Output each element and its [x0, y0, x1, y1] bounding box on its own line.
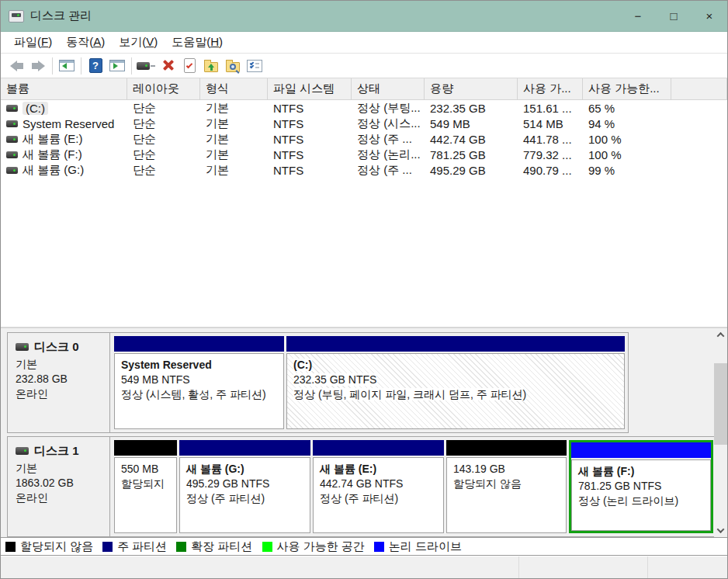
disk-size: 1863.02 GB — [16, 476, 109, 491]
scroll-down-button[interactable] — [714, 524, 727, 537]
minimize-button[interactable]: − — [620, 1, 656, 31]
table-row-volume-g[interactable]: 새 볼륨 (G:) 단순 기본 NTFS 정상 (주 ... 495.29 GB… — [1, 162, 727, 178]
cell-layout: 단순 — [127, 101, 200, 116]
partition-g[interactable]: 새 볼륨 (G:) 495.29 GB NTFS 정상 (주 파티션) — [179, 440, 310, 533]
menu-bar: 파일(F) 동작(A) 보기(V) 도움말(H) — [1, 32, 727, 54]
menu-file[interactable]: 파일(F) — [7, 33, 59, 52]
disk-0-partitions: System Reserved 549 MB NTFS 정상 (시스템, 활성,… — [110, 333, 628, 432]
table-row-volume-c[interactable]: (C:) 단순 기본 NTFS 정상 (부팅... 232.35 GB 151.… — [1, 100, 727, 116]
mark-partition-button[interactable] — [179, 56, 200, 76]
back-button[interactable] — [5, 56, 27, 76]
toolbar-separator — [131, 57, 132, 75]
cell-percent-free: 65 % — [583, 102, 671, 115]
column-header-layout[interactable]: 레이아웃 — [127, 78, 200, 99]
cell-free-space: 441.78 ... — [518, 133, 583, 146]
table-row-volume-f[interactable]: 새 볼륨 (F:) 단순 기본 NTFS 정상 (논리... 781.25 GB… — [1, 147, 727, 162]
volume-name: System Reserved — [23, 117, 114, 130]
menu-action[interactable]: 동작(A) — [59, 33, 112, 52]
checked-sheet-icon — [184, 58, 196, 73]
column-header-filesystem[interactable]: 파일 시스템 — [268, 78, 352, 99]
column-header-status[interactable]: 상태 — [352, 78, 425, 99]
partition-bar — [114, 440, 177, 456]
help-button[interactable]: ? — [85, 56, 106, 76]
partition-unallocated-large[interactable]: 143.19 GB 할당되지 않음 — [446, 440, 567, 533]
column-header-type[interactable]: 형식 — [200, 78, 268, 99]
legend-swatch-extended — [176, 542, 186, 552]
properties-button[interactable] — [244, 56, 265, 76]
disk-1-label[interactable]: 디스크 1 기본 1863.02 GB 온라인 — [8, 437, 110, 536]
column-header-empty — [671, 78, 727, 99]
status-section — [1, 556, 519, 578]
partition-bar — [286, 336, 625, 352]
chevron-down-icon — [717, 525, 725, 533]
scroll-up-button[interactable] — [714, 328, 727, 342]
window-title: 디스크 관리 — [30, 9, 92, 23]
volume-drive-icon — [6, 105, 18, 112]
disk-status: 온라인 — [16, 387, 109, 401]
column-header-volume[interactable]: 볼륨 — [1, 78, 127, 99]
show-action-pane-button[interactable] — [106, 56, 128, 76]
menu-help[interactable]: 도움말(H) — [165, 33, 230, 52]
cell-status: 정상 (시스... — [352, 116, 425, 131]
column-header-capacity[interactable]: 용량 — [425, 78, 518, 99]
cell-percent-free: 94 % — [583, 117, 671, 130]
cell-filesystem: NTFS — [268, 117, 352, 130]
cell-capacity: 549 MB — [425, 117, 518, 130]
cell-type: 기본 — [200, 132, 268, 147]
open-button[interactable] — [200, 56, 222, 76]
column-header-percent-free[interactable]: 사용 가능한... — [583, 78, 671, 99]
disk-0-row: 디스크 0 기본 232.88 GB 온라인 System Reserved 5… — [7, 332, 629, 433]
volume-table-body: (C:) 단순 기본 NTFS 정상 (부팅... 232.35 GB 151.… — [1, 100, 727, 327]
menu-view[interactable]: 보기(V) — [112, 33, 165, 52]
cell-filesystem: NTFS — [268, 102, 352, 115]
status-section — [519, 556, 648, 578]
volume-drive-icon — [6, 120, 18, 127]
disk-1-row: 디스크 1 기본 1863.02 GB 온라인 550 MB 할당되지 새 볼륨… — [7, 436, 717, 537]
explore-button[interactable] — [222, 56, 244, 76]
scrollbar-track[interactable] — [714, 342, 727, 524]
rescan-disks-button[interactable] — [135, 56, 157, 76]
folder-search-icon — [226, 62, 240, 72]
volume-name: 새 볼륨 (G:) — [23, 163, 84, 178]
cell-capacity: 495.29 GB — [425, 164, 518, 177]
forward-icon — [32, 61, 45, 71]
table-row-volume-e[interactable]: 새 볼륨 (E:) 단순 기본 NTFS 정상 (주 ... 442.74 GB… — [1, 131, 727, 147]
cell-capacity: 232.35 GB — [425, 102, 518, 115]
legend-swatch-primary — [102, 542, 113, 552]
close-button[interactable]: × — [692, 1, 727, 31]
partition-bar — [446, 440, 567, 456]
volume-list-pane: 볼륨 레이아웃 형식 파일 시스템 상태 용량 사용 가... 사용 가능한..… — [1, 78, 727, 327]
delete-button[interactable] — [157, 56, 179, 76]
partition-f-logical[interactable]: 새 볼륨 (F:) 781.25 GB NTFS 정상 (논리 드라이브) — [569, 440, 713, 533]
disk-0-label[interactable]: 디스크 0 기본 232.88 GB 온라인 — [8, 333, 110, 432]
cell-free-space: 490.79 ... — [518, 164, 583, 177]
partition-c[interactable]: (C:) 232.35 GB NTFS 정상 (부팅, 페이지 파일, 크래시 … — [286, 336, 625, 429]
volume-name: 새 볼륨 (F:) — [23, 147, 82, 162]
partition-bar — [571, 442, 711, 458]
volume-drive-icon — [6, 167, 18, 174]
maximize-button[interactable]: □ — [656, 1, 692, 31]
column-header-free-space[interactable]: 사용 가... — [518, 78, 583, 99]
disk-icon — [16, 343, 29, 351]
cell-filesystem: NTFS — [268, 164, 352, 177]
folder-up-icon — [204, 62, 218, 72]
status-bar — [1, 556, 727, 578]
table-row-system-reserved[interactable]: System Reserved 단순 기본 NTFS 정상 (시스... 549… — [1, 116, 727, 131]
partition-unallocated-small[interactable]: 550 MB 할당되지 — [114, 440, 177, 533]
partition-e[interactable]: 새 볼륨 (E:) 442.74 GB NTFS 정상 (주 파티션) — [313, 440, 444, 533]
action-pane-icon — [109, 60, 125, 71]
cell-type: 기본 — [200, 116, 268, 131]
disk-status: 온라인 — [16, 491, 109, 505]
disk-type: 기본 — [16, 461, 109, 476]
vertical-scrollbar[interactable] — [714, 328, 727, 537]
cell-type: 기본 — [200, 147, 268, 162]
scrollbar-thumb[interactable] — [714, 363, 727, 445]
forward-button[interactable] — [27, 56, 49, 76]
partition-system-reserved[interactable]: System Reserved 549 MB NTFS 정상 (시스템, 활성,… — [114, 336, 284, 429]
show-console-tree-button[interactable] — [56, 56, 78, 76]
cell-layout: 단순 — [127, 163, 200, 178]
titlebar: 디스크 관리 − □ × — [1, 1, 727, 32]
cell-status: 정상 (주 ... — [352, 163, 425, 178]
graphical-view-pane: 디스크 0 기본 232.88 GB 온라인 System Reserved 5… — [1, 327, 727, 537]
cell-capacity: 442.74 GB — [425, 133, 518, 146]
